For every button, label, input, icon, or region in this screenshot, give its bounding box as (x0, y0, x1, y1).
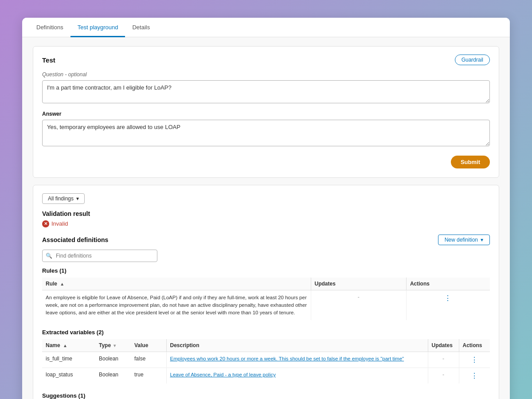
rules-col-updates: Updates (311, 278, 406, 290)
validation-title: Validation result (42, 210, 490, 217)
ev-col-name: Name ▲ (42, 339, 95, 352)
search-definitions-input[interactable] (42, 250, 157, 262)
validation-result: Validation result ✕ Invalid (42, 210, 490, 227)
new-definition-button[interactable]: New definition ▾ (438, 235, 490, 245)
findings-section: All findings ▾ Validation result ✕ Inval… (33, 185, 499, 399)
rules-section-title: Rules (1) (42, 267, 490, 274)
tab-details[interactable]: Details (125, 18, 157, 37)
submit-button[interactable]: Submit (451, 156, 490, 168)
ev-col-updates: Updates (428, 339, 459, 352)
main-card: Definitions Test playground Details Test… (22, 18, 510, 399)
rule-text-cell: An employee is eligible for Leave of Abs… (42, 290, 311, 320)
table-row: is_full_time Boolean false Employees who… (42, 352, 490, 368)
search-icon: 🔍 (46, 253, 52, 259)
search-row: 🔍 (42, 250, 490, 262)
ev-name-sort-icon[interactable]: ▲ (63, 343, 67, 348)
extracted-vars-title: Extracted variables (2) (42, 329, 490, 336)
ev-name-cell: loap_status (42, 368, 95, 384)
all-findings-filter[interactable]: All findings ▾ (42, 193, 85, 204)
test-section-header: Test Guardrail (42, 55, 490, 65)
ev-name-cell: is_full_time (42, 352, 95, 368)
assoc-def-row: Associated definitions New definition ▾ (42, 235, 490, 245)
tabs-bar: Definitions Test playground Details (22, 18, 510, 37)
question-label: Question - optional (42, 71, 490, 78)
rules-col-rule: Rule ▲ (42, 278, 311, 290)
ev-type-cell: Boolean (95, 352, 131, 368)
ev-actions-cell[interactable]: ⋮ (459, 368, 490, 384)
ev-col-desc: Description (166, 339, 428, 352)
ev-updates-cell: - (428, 352, 459, 368)
extracted-vars-table: Name ▲ Type ▾ Value Description Updates … (42, 339, 490, 383)
ev-actions-cell[interactable]: ⋮ (459, 352, 490, 368)
rule-actions-cell[interactable]: ⋮ (406, 290, 490, 320)
submit-row: Submit (42, 154, 490, 168)
filter-chevron-icon: ▾ (76, 196, 79, 202)
findings-filter-row: All findings ▾ (42, 193, 490, 204)
ev-value-cell: true (131, 368, 166, 384)
rule-updates-cell: - (311, 290, 406, 320)
tab-definitions[interactable]: Definitions (29, 18, 70, 37)
invalid-icon: ✕ (42, 220, 49, 227)
answer-label: Answer (42, 111, 490, 117)
filter-label: All findings (48, 196, 74, 202)
question-input[interactable]: I'm a part time contractor, am I eligibl… (42, 80, 490, 103)
ev-value-cell: false (131, 352, 166, 368)
table-row: An employee is eligible for Leave of Abs… (42, 290, 490, 320)
tab-test-playground[interactable]: Test playground (70, 18, 125, 37)
ev-type-sort-icon[interactable]: ▾ (113, 343, 116, 348)
rules-col-actions: Actions (406, 278, 490, 290)
ev-desc-cell: Employees who work 20 hours or more a we… (166, 352, 428, 368)
new-def-chevron-icon: ▾ (481, 237, 483, 243)
invalid-label: Invalid (51, 220, 68, 227)
assoc-def-title: Associated definitions (42, 236, 108, 243)
test-section: Test Guardrail Question - optional I'm a… (33, 46, 499, 178)
rules-table: Rule ▲ Updates Actions An employee is el… (42, 278, 490, 321)
guardrail-button[interactable]: Guardrail (455, 55, 490, 65)
search-wrapper: 🔍 (42, 250, 157, 262)
table-row: loap_status Boolean true Leave of Absenc… (42, 368, 490, 384)
rule-sort-icon[interactable]: ▲ (60, 282, 64, 286)
new-def-label: New definition (445, 237, 478, 243)
suggestions-title: Suggestions (1) (42, 392, 490, 399)
ev-type-cell: Boolean (95, 368, 131, 384)
ev-col-value: Value (131, 339, 166, 352)
content-area: Test Guardrail Question - optional I'm a… (22, 37, 510, 399)
answer-input[interactable]: Yes, temporary employees are allowed to … (42, 120, 490, 146)
ev-updates-cell: - (428, 368, 459, 384)
test-section-title: Test (42, 56, 55, 64)
invalid-badge: ✕ Invalid (42, 220, 68, 227)
ev-desc-cell: Leave of Absence, Paid - a type of leave… (166, 368, 428, 384)
ev-col-actions: Actions (459, 339, 490, 352)
ev-col-type: Type ▾ (95, 339, 131, 352)
